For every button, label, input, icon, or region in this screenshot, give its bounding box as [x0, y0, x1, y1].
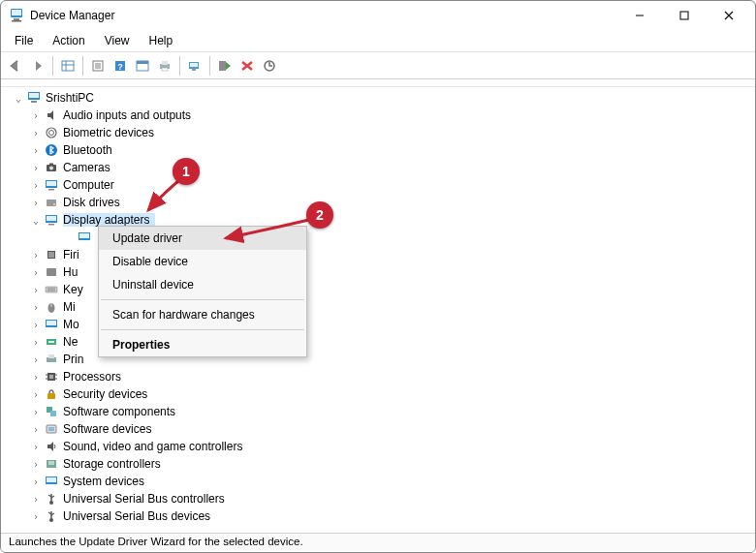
svg-rect-68: [47, 393, 55, 399]
expand-icon[interactable]: ›: [28, 442, 44, 452]
svg-rect-30: [29, 93, 39, 98]
svg-rect-39: [47, 181, 56, 186]
tree-item-label: Ne: [63, 335, 83, 349]
bluetooth-icon: [44, 142, 59, 158]
view-button[interactable]: [132, 55, 153, 77]
tree-item[interactable]: ›Software devices: [5, 420, 755, 438]
tree-root-label: SrishtiPC: [46, 91, 100, 105]
expand-icon[interactable]: ›: [28, 198, 44, 208]
expand-icon[interactable]: ›: [28, 145, 44, 156]
expand-icon[interactable]: ›: [28, 285, 44, 295]
expand-icon[interactable]: ›: [28, 320, 44, 330]
camera-icon: [44, 160, 59, 175]
svg-point-32: [47, 128, 56, 138]
expand-icon[interactable]: ›: [28, 459, 44, 470]
minimize-button[interactable]: [617, 1, 662, 30]
ctx-divider: [101, 329, 304, 330]
uninstall-device-button[interactable]: [236, 55, 258, 77]
collapse-icon[interactable]: ⌄: [11, 93, 26, 104]
printer-icon: [44, 352, 59, 367]
ctx-update-driver[interactable]: Update driver: [99, 227, 306, 250]
svg-rect-37: [49, 164, 53, 166]
computer-icon: [26, 90, 42, 106]
menu-file[interactable]: File: [7, 32, 41, 49]
firmware-icon: [44, 247, 59, 262]
print-button[interactable]: [154, 55, 175, 77]
forward-button[interactable]: [27, 55, 48, 77]
tree-item[interactable]: ›Cameras: [5, 159, 755, 176]
tree-item[interactable]: ›Audio inputs and outputs: [5, 107, 755, 124]
ctx-scan-hardware[interactable]: Scan for hardware changes: [99, 303, 306, 326]
tree-item[interactable]: ›Software components: [5, 403, 755, 420]
expand-icon[interactable]: ›: [28, 250, 44, 261]
tree-item-label: Processors: [63, 370, 127, 384]
expand-icon[interactable]: ›: [28, 389, 44, 400]
properties-button[interactable]: [87, 55, 109, 77]
expand-icon[interactable]: ›: [28, 476, 44, 487]
toolbar: ?: [1, 52, 755, 79]
tree-item[interactable]: ›Universal Serial Bus devices: [5, 507, 755, 525]
tree-item[interactable]: ›Storage controllers: [5, 455, 755, 473]
svg-rect-2: [14, 18, 19, 20]
expand-icon[interactable]: ›: [28, 494, 44, 505]
expand-icon[interactable]: ›: [28, 110, 44, 121]
tree-item-label: Audio inputs and outputs: [63, 108, 197, 122]
tree-item[interactable]: ›Biometric devices: [5, 124, 755, 141]
expand-icon[interactable]: ›: [28, 267, 44, 278]
tree-item[interactable]: ›Security devices: [5, 385, 755, 403]
svg-rect-61: [48, 354, 54, 358]
annotation-bubble-2: 2: [306, 201, 333, 229]
tree-item[interactable]: ›Disk drives: [5, 194, 755, 211]
expand-icon[interactable]: ›: [28, 163, 44, 173]
tree-item[interactable]: ›Bluetooth: [5, 141, 755, 159]
usb-icon: [44, 508, 59, 524]
close-button[interactable]: [707, 1, 751, 30]
svg-rect-21: [162, 68, 168, 71]
software-devices-icon: [44, 421, 59, 437]
expand-icon[interactable]: ›: [28, 511, 44, 522]
tree-item-label: Software devices: [63, 422, 157, 436]
tree-item[interactable]: ›Processors: [5, 368, 755, 385]
tree-item-label: Firi: [63, 248, 85, 261]
svg-point-42: [53, 203, 55, 205]
help-button[interactable]: ?: [110, 55, 131, 77]
expand-icon[interactable]: ›: [28, 424, 44, 435]
expand-icon[interactable]: ›: [28, 372, 44, 383]
scan-hardware-button[interactable]: [184, 55, 205, 77]
menu-help[interactable]: Help: [142, 32, 181, 49]
tree-item[interactable]: ›System devices: [5, 473, 755, 490]
svg-rect-1: [12, 10, 21, 15]
svg-rect-24: [192, 69, 196, 71]
menu-action[interactable]: Action: [45, 32, 92, 49]
tree-item[interactable]: ›Computer: [5, 176, 755, 194]
hid-icon: [44, 264, 59, 280]
display-icon: [44, 212, 59, 228]
tree-item[interactable]: ›Universal Serial Bus controllers: [5, 490, 755, 507]
expand-icon[interactable]: ›: [28, 337, 44, 348]
menu-view[interactable]: View: [97, 32, 138, 49]
svg-rect-57: [47, 321, 56, 325]
tree-item-label: Computer: [63, 178, 120, 192]
ctx-uninstall-device[interactable]: Uninstall device: [99, 273, 306, 296]
collapse-icon[interactable]: ⌄: [28, 215, 44, 226]
ctx-disable-device[interactable]: Disable device: [99, 250, 306, 273]
expand-icon[interactable]: ›: [28, 180, 44, 191]
tree-item[interactable]: ›Sound, video and game controllers: [5, 438, 755, 455]
tree-item-label: System devices: [63, 475, 150, 488]
display-adapter-icon: [77, 230, 92, 245]
maximize-button[interactable]: [662, 1, 707, 30]
expand-icon[interactable]: ›: [28, 302, 44, 313]
tree-root[interactable]: ⌄ SrishtiPC: [5, 89, 755, 107]
show-hidden-button[interactable]: [57, 55, 79, 77]
ctx-properties[interactable]: Properties: [99, 333, 306, 356]
expand-icon[interactable]: ›: [28, 354, 44, 365]
back-button[interactable]: [5, 55, 26, 77]
svg-rect-20: [162, 61, 168, 65]
expand-icon[interactable]: ›: [28, 128, 44, 138]
svg-rect-47: [79, 233, 89, 238]
enable-device-button[interactable]: [214, 55, 236, 77]
expand-icon[interactable]: ›: [28, 407, 44, 417]
update-driver-button[interactable]: [259, 55, 280, 77]
tree-item-label: Software components: [63, 405, 181, 418]
svg-rect-40: [48, 189, 54, 191]
